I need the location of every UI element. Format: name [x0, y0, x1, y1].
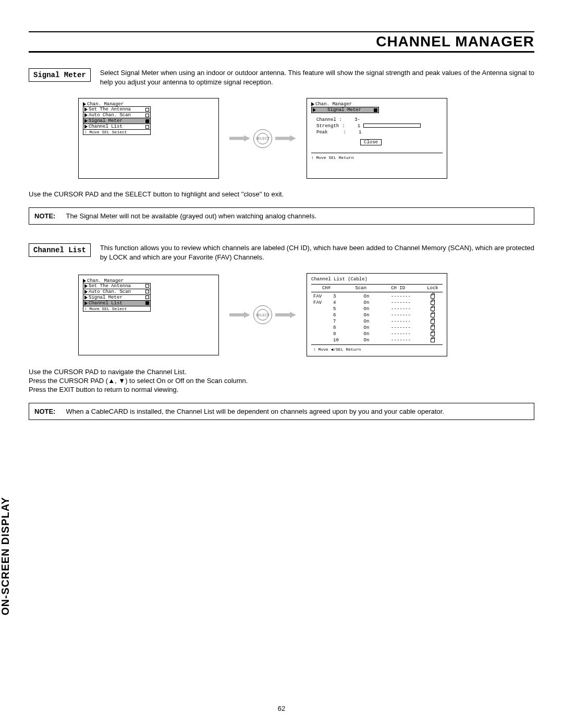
arrow-right-icon [229, 135, 250, 142]
indicator-icon [145, 114, 149, 117]
lock-icon [431, 332, 435, 336]
indicator-icon [374, 108, 377, 112]
indicator-icon [145, 284, 149, 288]
triangle-icon [84, 301, 88, 305]
ch-cell: 7 [333, 319, 348, 324]
cl-instr2: Press the CURSOR PAD (▲, ▼) to select On… [29, 377, 534, 385]
chid-cell: ------- [385, 338, 417, 343]
ch-cell: 5 [333, 306, 348, 312]
menu-item-label: Signal Meter [89, 118, 123, 124]
chid-cell: ------- [385, 325, 417, 330]
note-label: NOTE: [34, 212, 55, 220]
triangle-icon [84, 284, 88, 288]
osd-menu-title: Chan. Manager [87, 278, 124, 283]
chid-cell: ------- [385, 306, 417, 312]
note-text: When a CableCARD is installed, the Chann… [66, 408, 529, 415]
table-row[interactable]: FAV4On------- [311, 300, 443, 306]
arrow-right-icon [229, 312, 250, 318]
menu-item-label: Channel List [89, 301, 123, 306]
lock-icon [431, 326, 435, 330]
scan-cell: On [356, 338, 377, 343]
sm-result-title: Chan. Manager [315, 102, 352, 107]
triangle-icon [311, 102, 314, 106]
scan-cell: On [356, 319, 377, 324]
chlist-title: Channel List (Cable) [311, 277, 443, 282]
hdr-ch: CH# [313, 286, 339, 291]
menu-item-label: Signal Meter [89, 295, 123, 300]
channel-list-desc: This function allows you to review which… [100, 243, 534, 262]
triangle-icon [83, 279, 86, 283]
ch-cell: 9 [333, 331, 348, 337]
menu-item-label: Auto Chan. Scan [89, 289, 131, 294]
scan-cell: On [356, 325, 377, 330]
table-row[interactable]: 6On------- [311, 312, 443, 318]
triangle-icon [83, 102, 86, 106]
arrow-right-icon [275, 135, 296, 142]
peak-label: Peak [316, 130, 328, 135]
signal-meter-label: Signal Meter [29, 68, 91, 82]
triangle-icon [84, 125, 88, 129]
osd-menu-chlist: Chan. Manager Set The AntennaAuto Chan. … [78, 275, 219, 355]
ch-cell: 10 [333, 338, 348, 343]
fav-cell: FAV [313, 294, 325, 299]
ch-cell: 8 [333, 325, 348, 330]
lock-icon [431, 301, 435, 305]
ch-cell: 3 [333, 294, 348, 299]
select-button-icon: SELECT [253, 129, 272, 148]
side-tab: ON-SCREEN DISPLAY [0, 488, 11, 624]
indicator-icon [145, 301, 149, 305]
channel-list-label: Channel List [29, 243, 91, 257]
triangle-icon [84, 119, 88, 123]
select-button-icon: SELECT [253, 305, 272, 324]
table-row[interactable]: 7On------- [311, 318, 443, 325]
lock-icon [431, 319, 435, 324]
scan-cell: On [356, 294, 377, 299]
triangle-icon [313, 108, 316, 112]
lock-icon [431, 307, 435, 311]
peak-value: 1 [359, 130, 361, 135]
table-row[interactable]: 10On------- [311, 337, 443, 343]
menu-item-label: Set The Antenna [89, 107, 131, 112]
page-title: CHANNEL MANAGER [376, 33, 534, 50]
indicator-icon [145, 125, 149, 129]
strength-value: 1 [358, 124, 360, 129]
indicator-icon [145, 290, 149, 293]
signal-meter-panel: Chan. Manager Signal Meter Channel:3- St… [307, 98, 447, 179]
sm-exit-text: Use the CURSOR PAD and the SELECT button… [29, 190, 534, 198]
scan-cell: On [356, 313, 377, 318]
osd-menu-signal: Chan. Manager Set The AntennaAuto Chan. … [78, 98, 219, 179]
cl-instr1: Use the CURSOR PAD to navigate the Chann… [29, 368, 534, 376]
scan-cell: On [356, 331, 377, 337]
channel-label: Channel [316, 117, 336, 122]
osd-menu-title: Chan. Manager [87, 102, 124, 107]
sm-note-box: NOTE: The Signal Meter will not be avail… [29, 207, 534, 225]
table-row[interactable]: 8On------- [311, 325, 443, 331]
table-row[interactable]: 5On------- [311, 306, 443, 312]
scan-cell: On [356, 300, 377, 305]
triangle-icon [84, 113, 88, 117]
sm-result-subtitle: Signal Meter [327, 107, 361, 113]
menu-item-label: Auto Chan. Scan [89, 113, 131, 118]
strength-label: Strength [316, 124, 339, 129]
scan-cell: On [356, 306, 377, 312]
osd-hint: ↕ Move SEL Select [83, 306, 151, 312]
triangle-icon [84, 107, 88, 112]
hdr-scan: Scan [350, 286, 371, 291]
hdr-chid: CH ID [383, 286, 414, 291]
table-row[interactable]: 9On------- [311, 331, 443, 337]
cl-note-box: NOTE: When a CableCARD is installed, the… [29, 403, 534, 420]
triangle-icon [84, 290, 88, 294]
note-label: NOTE: [34, 408, 55, 415]
indicator-icon [145, 119, 149, 123]
ch-cell: 6 [333, 313, 348, 318]
note-text: The Signal Meter will not be available (… [66, 212, 529, 220]
channel-value: 3- [354, 117, 360, 122]
chid-cell: ------- [385, 331, 417, 337]
close-button[interactable]: Close [360, 139, 382, 145]
channel-list-panel: Channel List (Cable) CH# Scan CH ID Lock… [307, 273, 447, 356]
cl-instr3: Press the EXIT button to return to norma… [29, 386, 534, 393]
table-row[interactable]: FAV3On------- [311, 293, 443, 300]
chid-cell: ------- [385, 319, 417, 324]
channel-list-diagram: Chan. Manager Set The AntennaAuto Chan. … [78, 273, 534, 356]
arrow-right-icon [275, 312, 296, 318]
